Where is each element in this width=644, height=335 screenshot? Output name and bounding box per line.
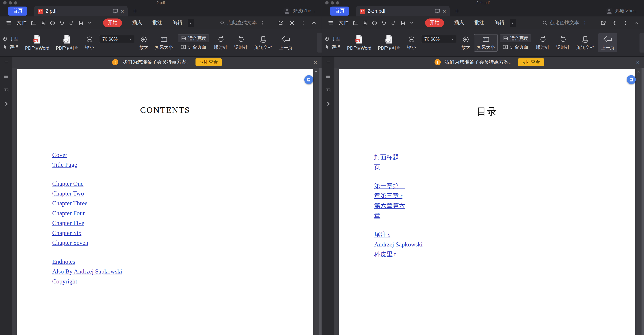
- tab-edit[interactable]: 编辑: [172, 19, 182, 26]
- settings-gear-icon[interactable]: [289, 20, 295, 26]
- tab-start[interactable]: 开始: [425, 18, 444, 27]
- next-page-button-partial[interactable]: [317, 33, 322, 52]
- toc-link[interactable]: Copyright: [52, 276, 77, 286]
- annotation-list-icon[interactable]: [325, 74, 331, 79]
- toc-link[interactable]: Chapter Three: [52, 198, 88, 208]
- floating-assistant-button[interactable]: [304, 75, 314, 84]
- toc-link[interactable]: Title Page: [52, 160, 77, 170]
- select-tool-button[interactable]: 选择: [2, 44, 18, 50]
- prev-page-button[interactable]: 上一页: [598, 33, 617, 52]
- panel-handle-icon[interactable]: [3, 60, 9, 65]
- toc-link[interactable]: Endnotes: [52, 256, 75, 266]
- actual-size-button[interactable]: 1:1 实际大小: [474, 34, 498, 52]
- zoom-out-button[interactable]: 缩小: [404, 34, 419, 52]
- pdf-to-word-button[interactable]: W PDF转Word: [22, 33, 52, 52]
- traffic-light-close[interactable]: [325, 1, 328, 4]
- main-menu-icon[interactable]: [6, 20, 12, 26]
- toc-link[interactable]: 章第三章 r: [374, 191, 402, 201]
- file-menu[interactable]: 文件: [17, 19, 27, 26]
- caret-down-icon[interactable]: [410, 20, 414, 25]
- redo-icon[interactable]: [68, 20, 74, 26]
- document-tab[interactable]: P 2-zh.pdf ×: [356, 6, 450, 16]
- share-icon[interactable]: [278, 20, 284, 26]
- zoom-level-select[interactable]: 70.68%: [99, 35, 134, 43]
- tab-comment[interactable]: 批注: [152, 19, 162, 26]
- search-more-icon[interactable]: ⋮: [260, 20, 265, 26]
- tab-insert[interactable]: 插入: [454, 19, 464, 26]
- zoom-level-select[interactable]: 70.68%: [421, 35, 456, 43]
- rotate-document-button[interactable]: 旋转文档: [574, 34, 597, 52]
- open-folder-icon[interactable]: [31, 20, 36, 26]
- toc-link[interactable]: 章: [374, 210, 380, 220]
- user-avatar[interactable]: [284, 8, 290, 14]
- rotate-counterclockwise-button[interactable]: 逆时针: [231, 34, 251, 52]
- search-more-icon[interactable]: ⋮: [582, 20, 588, 26]
- promo-close-button[interactable]: ×: [314, 59, 317, 66]
- print-icon[interactable]: [50, 20, 56, 26]
- search-input[interactable]: 点此查找文本: [542, 19, 579, 26]
- toc-link[interactable]: 科皮里 t: [374, 249, 396, 259]
- undo-icon[interactable]: [381, 20, 387, 26]
- toc-link[interactable]: Chapter Four: [52, 208, 85, 218]
- panel-handle-icon[interactable]: [325, 60, 331, 65]
- fit-width-button[interactable]: 适合宽度: [500, 34, 531, 42]
- annotation-list-icon[interactable]: [3, 74, 9, 79]
- search-input[interactable]: 点此查找文本: [220, 19, 257, 26]
- toc-link[interactable]: 第一章第二: [374, 181, 405, 191]
- toc-link[interactable]: 第六章第六: [374, 201, 405, 210]
- collapse-ribbon-icon[interactable]: [634, 20, 639, 26]
- scroll-up-icon[interactable]: [636, 70, 641, 74]
- scrollbar[interactable]: [642, 68, 644, 335]
- select-tool-button[interactable]: 选择: [324, 44, 340, 50]
- redo-icon[interactable]: [390, 20, 396, 26]
- caret-down-icon[interactable]: [88, 20, 92, 25]
- actual-size-button[interactable]: 1:1 实际大小: [152, 34, 176, 52]
- attachment-panel-icon[interactable]: [325, 102, 331, 107]
- pdf-to-image-button[interactable]: PDF转图片: [53, 33, 82, 52]
- toc-link[interactable]: Chapter Seven: [52, 238, 88, 248]
- promo-cta-button[interactable]: 立即查看: [196, 58, 222, 66]
- toc-link[interactable]: Chapter One: [52, 178, 84, 188]
- fit-page-button[interactable]: 适合页面: [500, 43, 531, 51]
- tab-comment[interactable]: 批注: [474, 19, 484, 26]
- export-icon[interactable]: [78, 20, 84, 26]
- ribbon-more-button[interactable]: [188, 19, 194, 27]
- ribbon-more-button[interactable]: [510, 19, 516, 27]
- file-menu[interactable]: 文件: [339, 19, 349, 26]
- undo-icon[interactable]: [59, 20, 65, 26]
- traffic-light-minimize[interactable]: [330, 1, 334, 4]
- settings-gear-icon[interactable]: [612, 20, 617, 26]
- traffic-light-zoom[interactable]: [14, 1, 17, 4]
- user-avatar[interactable]: [606, 8, 613, 14]
- new-tab-button[interactable]: +: [133, 8, 137, 14]
- image-panel-icon[interactable]: [325, 88, 331, 93]
- hand-tool-button[interactable]: 手型: [2, 36, 18, 42]
- home-button[interactable]: 首页: [8, 6, 27, 15]
- document-area[interactable]: 目录 封面标题 页: [334, 68, 644, 335]
- home-button[interactable]: 首页: [330, 6, 349, 15]
- promo-close-button[interactable]: ×: [636, 59, 640, 66]
- pdf-to-word-button[interactable]: W PDF转Word: [344, 33, 374, 52]
- rotate-document-button[interactable]: 旋转文档: [252, 34, 275, 52]
- fit-width-button[interactable]: 适合宽度: [178, 34, 209, 42]
- tab-edit[interactable]: 编辑: [494, 19, 504, 26]
- toc-link[interactable]: 封面标题: [374, 152, 399, 162]
- document-area[interactable]: CONTENTS Cover Title Page: [12, 68, 322, 335]
- close-tab-button[interactable]: ×: [121, 8, 124, 14]
- zoom-out-button[interactable]: 缩小: [82, 34, 97, 52]
- next-page-button-partial[interactable]: [640, 33, 644, 52]
- cast-icon[interactable]: [113, 8, 118, 14]
- toc-link[interactable]: 尾注 s: [374, 230, 390, 239]
- rotate-clockwise-button[interactable]: 顺时针: [211, 34, 230, 52]
- promo-cta-button[interactable]: 立即查看: [518, 58, 544, 66]
- new-tab-button[interactable]: +: [455, 8, 459, 14]
- close-tab-button[interactable]: ×: [443, 8, 446, 14]
- export-icon[interactable]: [400, 20, 406, 26]
- toc-link[interactable]: Chapter Six: [52, 228, 82, 238]
- collapse-ribbon-icon[interactable]: [311, 20, 317, 26]
- toc-link[interactable]: Andrzej Sapkowski: [374, 239, 423, 249]
- save-icon[interactable]: [362, 20, 368, 26]
- scroll-up-icon[interactable]: [314, 70, 318, 74]
- tab-start[interactable]: 开始: [103, 18, 122, 27]
- toc-link[interactable]: Chapter Five: [52, 218, 84, 228]
